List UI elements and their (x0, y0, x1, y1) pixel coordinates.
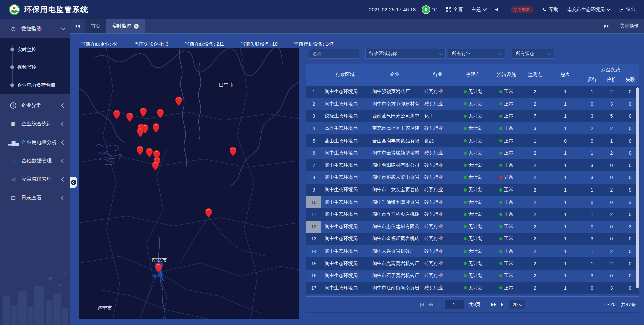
map-pin-icon[interactable] (126, 113, 133, 122)
tab-realtime-monitoring[interactable]: 实时监控 (106, 19, 145, 33)
last-page-button[interactable] (501, 303, 504, 307)
mute-button[interactable] (495, 7, 502, 12)
theme-dropdown[interactable]: 主题 (472, 7, 486, 13)
first-page-button[interactable] (420, 303, 424, 307)
table-scrollbar[interactable] (636, 87, 639, 288)
tabs-scroll-left-button[interactable] (70, 19, 85, 33)
status-dot-icon (464, 250, 467, 253)
table-row[interactable]: 7 阆中生态环境局 阆中明阳建材有限公司 砖瓦行业 无计划 正常 2 1 3 0… (306, 159, 639, 172)
stat-item: 当前在线企业:44 (79, 41, 118, 47)
sidebar-submenu-item[interactable]: 企业电力负荷明细 (0, 76, 70, 94)
page-number-input[interactable] (444, 300, 464, 310)
table-row[interactable]: 5 营山生态环境局 营山县润丰肉食品有限 食品 无计划 正常 1 0 0 1 0 (306, 134, 639, 147)
column-header-production: 停限产 (454, 64, 491, 86)
cell-run: 1 (582, 86, 602, 98)
map-pin-icon[interactable] (140, 108, 147, 117)
sidebar-item-label: 日志查看 (21, 195, 62, 201)
table-row[interactable]: 14 阆中生态环境局 阆中大兴页岩机砖厂 砖瓦行业 无计划 正常 2 1 1 2… (306, 245, 639, 258)
cell-run: 0 (582, 196, 602, 208)
close-operations-button[interactable]: 关闭操作 (620, 23, 639, 29)
sidebar-item[interactable]: ▣ 企业综合统计 (0, 115, 70, 133)
table-row[interactable]: 4 高坪生态环境局 南充市高坪区王家店建 砖瓦行业 无计划 正常 3 1 2 2… (306, 122, 639, 135)
datetime-display: 2021-02-25 17:46:18 (369, 7, 416, 12)
notification-badge[interactable]: 2632 (511, 6, 533, 13)
cell-production-status: 无计划 (454, 233, 491, 245)
bullet-dot-icon (10, 48, 14, 51)
cell-region: 阆中生态环境局 (321, 98, 369, 110)
cell-points: 2 (522, 86, 548, 98)
map-pin-icon[interactable] (175, 97, 182, 106)
bullet-dot-icon (10, 65, 14, 69)
table-row[interactable]: 16 阆中生态环境局 阆中市石子页岩机砖厂 砖瓦行业 无计划 正常 2 1 3 … (306, 270, 639, 282)
table-row[interactable]: 12 阆中生态环境局 阆中市忠信建材有限公 砖瓦行业 无计划 正常 2 1 0 … (306, 221, 639, 233)
cell-run: 1 (582, 257, 602, 270)
org-dropdown[interactable]: 南充市生态环境局 (567, 7, 610, 13)
table-row[interactable]: 11 阆中生态环境局 阆中市五马桥页岩机砖 砖瓦行业 无计划 正常 2 1 1 … (306, 208, 639, 221)
tabs-scroll-right-button[interactable] (599, 24, 614, 28)
chevron-down-icon (483, 7, 487, 11)
table-row[interactable]: 17 阆中生态环境局 阆中市江南镇阆南页岩 砖瓦行业 无计划 正常 2 1 0 … (306, 282, 639, 294)
cell-facility-status: 正常 (491, 134, 522, 147)
cell-company: 阆中千佛镇五郎垭页岩 (369, 196, 421, 208)
sidebar-item[interactable]: ≋ 基础数据管理 (0, 152, 70, 170)
industry-select[interactable]: 所有行业 (448, 49, 505, 59)
table-row[interactable]: 3 仪陇生态环境局 西南油气田分公司川中 化工 无计划 正常 7 1 3 5 0 (306, 110, 639, 122)
cell-run: 3 (582, 233, 602, 245)
map-pin-icon[interactable] (137, 128, 144, 137)
map-pin-icon[interactable] (230, 147, 236, 156)
table-row[interactable]: 18 南部生态环境局 南部县兴华水泥有限公 建材加工 无计划 正常 5 0 0 … (306, 294, 639, 296)
theme-label: 主题 (472, 7, 481, 13)
cell-region: 阆中生态环境局 (321, 159, 369, 172)
map-pin-icon[interactable] (113, 110, 120, 119)
map-pin-icon[interactable] (157, 109, 164, 118)
cell-company: 阆中市江南镇阆南页岩 (369, 282, 421, 294)
table-row[interactable]: 10 阆中生态环境局 阆中千佛镇五郎垭页岩 砖瓦行业 无计划 正常 2 1 0 … (306, 196, 639, 208)
page-size-select[interactable]: 20 (509, 300, 525, 309)
sidebar-collapse-handle[interactable] (70, 177, 77, 188)
table-row[interactable]: 13 阆中生态环境局 阆中市金福旺页岩机砖 砖瓦行业 无计划 正常 2 1 3 … (306, 233, 639, 245)
cell-facility-status: 正常 (491, 257, 522, 270)
logout-button[interactable]: 退出 (619, 7, 635, 13)
table-row[interactable]: 6 阆中生态环境局 阆中市金博瑞新型墙材 砖瓦行业 无计划 正常 2 1 1 2… (306, 147, 639, 159)
sidebar-item[interactable]: ◁ 应急减排管理 (0, 170, 70, 188)
next-page-button[interactable] (491, 303, 496, 306)
map-pin-icon[interactable] (137, 146, 143, 155)
cell-company: 阆中市枣碧大梁山页岩 (369, 171, 421, 184)
sidebar-submenu-label: 视频监控 (17, 64, 36, 70)
map-pin-icon[interactable] (205, 208, 212, 217)
cell-stop: 2 (602, 184, 621, 196)
tab-label: 实时监控 (112, 23, 131, 29)
sidebar-submenu-item[interactable]: 实时监控 (0, 41, 70, 58)
cell-region: 阆中生态环境局 (321, 221, 369, 233)
map-pin-icon[interactable] (153, 123, 159, 132)
status-dot-icon (499, 262, 502, 265)
tab-home[interactable]: 首页 (85, 19, 106, 33)
fullscreen-button[interactable]: 全屏 (446, 7, 463, 13)
sidebar-item[interactable]: ▂▆▄ 企业用电量分析 (0, 133, 70, 152)
total-pages-label: 共3页 (469, 302, 481, 308)
status-select[interactable]: 所有状态 (512, 49, 554, 59)
chevron-left-icon (61, 158, 66, 163)
map-pin-icon[interactable] (152, 161, 159, 170)
table-row[interactable]: 2 阆中生态环境局 阆中市南方节能建材有 砖瓦行业 无计划 正常 2 1 0 3… (306, 98, 639, 110)
region-select[interactable]: 行政区域名称 (365, 49, 446, 59)
name-search-input[interactable] (309, 49, 359, 59)
sidebar-item[interactable]: ▤ 日志查看 (0, 188, 70, 207)
tab-close-icon[interactable] (134, 24, 139, 29)
help-button[interactable]: 帮助 (542, 7, 558, 13)
sidebar-item-data-monitoring[interactable]: ◷ 数据监测 (0, 19, 70, 38)
cell-region: 阆中生态环境局 (321, 86, 369, 98)
table-row[interactable]: 9 阆中生态环境局 阆中市二龙长宝页岩砖 砖瓦行业 无计划 正常 2 1 1 2… (306, 184, 639, 196)
map-pin-icon[interactable] (155, 263, 162, 272)
status-dot-icon (499, 286, 502, 289)
prev-page-button[interactable] (428, 303, 433, 306)
map-panel[interactable]: 巴中市 南充市 遂宁市 (79, 48, 299, 319)
map-pin-icon[interactable] (146, 148, 153, 157)
cell-facility-status: 正常 (491, 184, 522, 196)
table-row[interactable]: 8 阆中生态环境局 阆中市枣碧大梁山页岩 砖瓦行业 无计划 异常 2 1 3 0… (306, 171, 639, 184)
sidebar-item[interactable]: ! 企业异常 (0, 96, 70, 115)
sidebar-submenu-item[interactable]: 视频监控 (0, 58, 70, 76)
cell-stop: 3 (602, 282, 621, 294)
table-row[interactable]: 1 阆中生态环境局 阆中强锐页岩砖厂 砖瓦行业 无计划 正常 2 1 1 2 0 (306, 86, 639, 98)
table-row[interactable]: 15 阆中生态环境局 阆中市光富页岩机砖厂 砖瓦行业 无计划 正常 2 1 1 … (306, 257, 639, 270)
